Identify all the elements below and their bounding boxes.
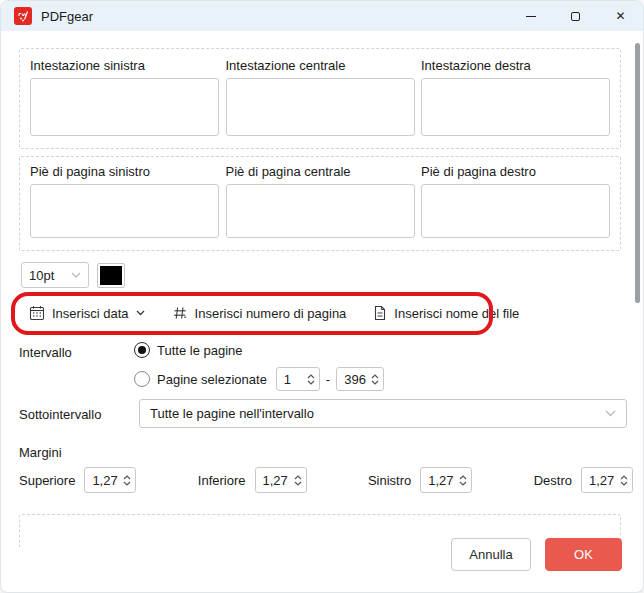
radio-selected-pages-label: Pagine selezionate [157, 372, 267, 387]
chevron-up-icon[interactable] [620, 475, 628, 480]
insert-toolbar: Inserisci data Inserisci numero di pagin… [29, 302, 519, 324]
chevron-down-icon[interactable] [620, 481, 628, 486]
header-right-label: Intestazione destra [421, 58, 610, 73]
maximize-button[interactable] [553, 1, 598, 31]
footer-right-label: Piè di pagina destro [421, 164, 610, 179]
chevron-up-icon[interactable] [294, 475, 302, 480]
close-icon: ✕ [615, 9, 625, 23]
window-title: PDFgear [41, 9, 508, 24]
margin-right-value: 1,27 [589, 473, 616, 488]
chevron-up-icon[interactable] [123, 475, 131, 480]
minimize-button[interactable] [508, 1, 553, 31]
margin-right-field: Destro 1,27 [534, 467, 633, 493]
insert-page-number-button[interactable]: Inserisci numero di pagina [172, 305, 347, 321]
chevron-up-icon[interactable] [371, 374, 379, 379]
chevron-up-icon[interactable] [459, 475, 467, 480]
subinterval-select[interactable]: Tutte le pagine nell'intervallo [139, 399, 627, 428]
file-name-icon [373, 305, 387, 321]
header-center-label: Intestazione centrale [226, 58, 415, 73]
cancel-button[interactable]: Annulla [451, 538, 531, 571]
calendar-icon [29, 305, 45, 321]
header-center-input[interactable] [226, 78, 415, 136]
margin-top-spinner[interactable]: 1,27 [84, 467, 136, 493]
subinterval-label: Sottointervallo [19, 407, 101, 422]
header-center-field: Intestazione centrale [226, 58, 415, 136]
margin-bottom-value: 1,27 [263, 473, 290, 488]
page-to-spinner[interactable]: 396 [336, 367, 384, 391]
dialog-actions: Annulla OK [451, 538, 622, 571]
margin-bottom-label: Inferiore [198, 473, 246, 488]
page-from-value: 1 [284, 372, 303, 387]
titlebar: PDFgear ✕ [1, 1, 643, 31]
page-to-value: 396 [344, 372, 367, 387]
font-size-value: 10pt [29, 268, 71, 283]
footer-center-input[interactable] [226, 184, 415, 238]
footer-left-input[interactable] [30, 184, 219, 238]
insert-date-label: Inserisci data [52, 306, 129, 321]
footer-right-input[interactable] [421, 184, 610, 238]
footer-center-label: Piè di pagina centrale [226, 164, 415, 179]
insert-file-name-button[interactable]: Inserisci nome del file [373, 305, 519, 321]
spinner-arrows [307, 374, 315, 385]
window-controls: ✕ [508, 1, 643, 31]
margin-top-field: Superiore 1,27 [19, 467, 136, 493]
spinner-arrows [294, 475, 302, 486]
margins-row: Superiore 1,27 Inferiore 1,27 Sinistro [19, 467, 633, 493]
pdfgear-dialog: PDFgear ✕ Intestazione sinistra Intestaz… [0, 0, 644, 593]
ok-button[interactable]: OK [545, 538, 622, 571]
footer-left-label: Piè di pagina sinistro [30, 164, 219, 179]
insert-page-number-label: Inserisci numero di pagina [195, 306, 347, 321]
scrollbar-thumb[interactable] [635, 43, 640, 303]
font-size-select[interactable]: 10pt [21, 262, 89, 288]
insert-file-name-label: Inserisci nome del file [394, 306, 519, 321]
header-right-input[interactable] [421, 78, 610, 136]
radio-all-pages-label: Tutte le pagine [157, 343, 243, 358]
margin-bottom-field: Inferiore 1,27 [198, 467, 307, 493]
header-left-field: Intestazione sinistra [30, 58, 219, 136]
range-separator: - [326, 372, 330, 387]
header-fields-group: Intestazione sinistra Intestazione centr… [19, 48, 621, 149]
radio-selected-pages[interactable] [134, 371, 150, 387]
chevron-down-icon[interactable] [294, 481, 302, 486]
spinner-arrows [620, 475, 628, 486]
header-left-label: Intestazione sinistra [30, 58, 219, 73]
insert-date-button[interactable]: Inserisci data [29, 305, 145, 321]
margin-right-spinner[interactable]: 1,27 [581, 467, 633, 493]
spinner-arrows [371, 374, 379, 385]
footer-center-field: Piè di pagina centrale [226, 164, 415, 238]
margin-bottom-spinner[interactable]: 1,27 [255, 467, 307, 493]
chevron-down-icon [136, 310, 145, 316]
chevron-down-icon[interactable] [123, 481, 131, 486]
pdfgear-logo [14, 7, 32, 25]
margin-left-label: Sinistro [368, 473, 411, 488]
page-number-icon [172, 305, 188, 321]
option-selected-pages[interactable]: Pagine selezionate 1 - 396 [134, 367, 384, 391]
chevron-up-icon[interactable] [307, 374, 315, 379]
chevron-down-icon [605, 410, 616, 417]
footer-left-field: Piè di pagina sinistro [30, 164, 219, 238]
header-right-field: Intestazione destra [421, 58, 610, 136]
interval-label: Intervallo [19, 345, 72, 360]
margin-top-label: Superiore [19, 473, 75, 488]
footer-right-field: Piè di pagina destro [421, 164, 610, 238]
option-all-pages[interactable]: Tutte le pagine [134, 342, 243, 358]
maximize-icon [571, 12, 580, 21]
margin-right-label: Destro [534, 473, 572, 488]
margin-left-spinner[interactable]: 1,27 [420, 467, 472, 493]
spinner-arrows [123, 475, 131, 486]
chevron-down-icon[interactable] [371, 380, 379, 385]
page-from-spinner[interactable]: 1 [276, 367, 320, 391]
minimize-icon [526, 16, 536, 17]
margin-left-value: 1,27 [428, 473, 455, 488]
chevron-down-icon[interactable] [307, 380, 315, 385]
subinterval-value: Tutte le pagine nell'intervallo [150, 406, 605, 421]
margins-title: Margini [19, 445, 62, 460]
chevron-down-icon[interactable] [459, 481, 467, 486]
margin-top-value: 1,27 [92, 473, 119, 488]
font-color-chip [100, 266, 122, 285]
margin-left-field: Sinistro 1,27 [368, 467, 472, 493]
radio-all-pages[interactable] [134, 342, 150, 358]
font-color-picker[interactable] [97, 263, 125, 288]
header-left-input[interactable] [30, 78, 219, 136]
close-button[interactable]: ✕ [598, 1, 643, 31]
